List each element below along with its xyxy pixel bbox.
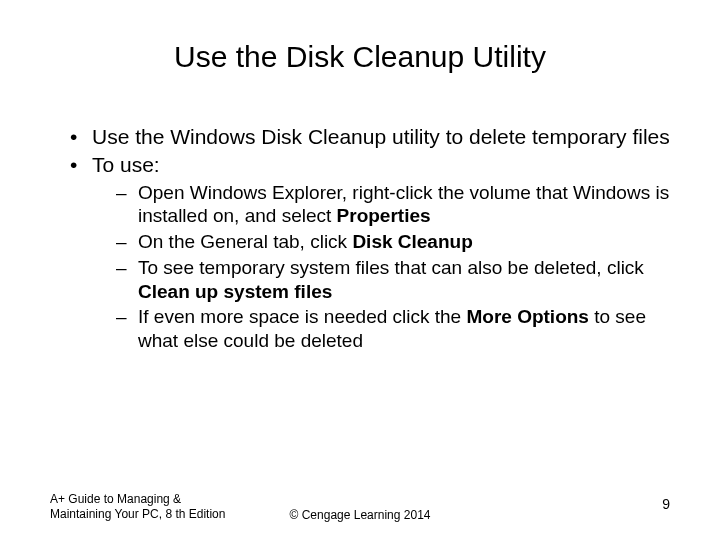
sub-bullet-item: On the General tab, click Disk Cleanup: [116, 230, 670, 254]
bold-term: Clean up system files: [138, 281, 332, 302]
sub-bullet-text: If even more space is needed click the: [138, 306, 466, 327]
bullet-item: To use: Open Windows Explorer, right-cli…: [70, 152, 670, 353]
bold-term: Properties: [337, 205, 431, 226]
bold-term: More Options: [466, 306, 588, 327]
page-number: 9: [662, 496, 670, 512]
bullet-text: Use the Windows Disk Cleanup utility to …: [92, 125, 670, 148]
bold-term: Disk Cleanup: [352, 231, 472, 252]
sub-bullet-item: If even more space is needed click the M…: [116, 305, 670, 353]
sub-bullet-item: To see temporary system files that can a…: [116, 256, 670, 304]
slide-title: Use the Disk Cleanup Utility: [50, 40, 670, 74]
footer-left: A+ Guide to Managing & Maintaining Your …: [50, 492, 225, 522]
bullet-text: To use:: [92, 153, 160, 176]
slide-content: Use the Windows Disk Cleanup utility to …: [50, 124, 670, 353]
sub-bullet-text: On the General tab, click: [138, 231, 352, 252]
sub-bullet-item: Open Windows Explorer, right-click the v…: [116, 181, 670, 229]
slide: Use the Disk Cleanup Utility Use the Win…: [0, 0, 720, 540]
bullet-item: Use the Windows Disk Cleanup utility to …: [70, 124, 670, 150]
footer-copyright: © Cengage Learning 2014: [290, 508, 431, 522]
sub-bullet-list: Open Windows Explorer, right-click the v…: [92, 181, 670, 353]
footer-book-title-line2: Maintaining Your PC, 8 th Edition: [50, 507, 225, 522]
footer-book-title-line1: A+ Guide to Managing &: [50, 492, 225, 507]
sub-bullet-text: To see temporary system files that can a…: [138, 257, 644, 278]
bullet-list: Use the Windows Disk Cleanup utility to …: [50, 124, 670, 353]
